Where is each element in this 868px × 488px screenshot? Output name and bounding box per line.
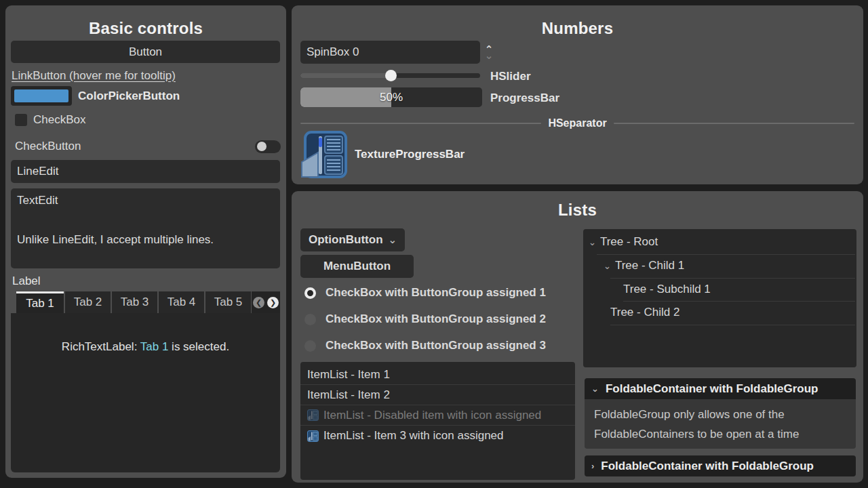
chevron-down-icon: ⌄ [388, 234, 397, 246]
numbers-title: Numbers [292, 19, 863, 38]
progress-bar-value: 50% [300, 87, 482, 107]
radio-button-3[interactable] [304, 340, 316, 352]
item-texture-icon [307, 409, 319, 421]
checkbox[interactable] [15, 114, 27, 126]
item-list: ItemList - Item 1 ItemList - Item 2 Item… [300, 362, 575, 480]
item-label: ItemList - Item 2 [307, 388, 390, 402]
tree-item-label: Tree - Child 1 [615, 259, 684, 272]
foldable-body-line2: FoldableContainers to be open at a time [594, 424, 846, 444]
texture-progress-bar-label: TextureProgressBar [355, 148, 465, 161]
chevron-down-icon: ⌄ [591, 384, 599, 394]
checkbox-label: CheckBox [33, 113, 85, 127]
tree-item-label: Tree - Subchild 1 [623, 283, 711, 296]
hseparator-line-left [300, 123, 541, 124]
rich-text-label-panel: RichTextLabel: Tab 1 is selected. [11, 313, 280, 472]
numbers-panel: Numbers SpinBox 0 ⌃ ⌄ HSlider 50% Progre… [292, 5, 863, 184]
tree-item-child-1[interactable]: ⌄ Tree - Child 1 [604, 254, 684, 277]
tab-3[interactable]: Tab 3 [112, 291, 157, 313]
tree: ⌄ Tree - Root ⌄ Tree - Child 1 Tree - Su… [583, 229, 856, 367]
option-button-label: OptionButton [309, 233, 383, 247]
rich-text-prefix: RichTextLabel: [62, 340, 140, 353]
hslider[interactable] [300, 70, 480, 81]
hseparator-label: HSeparator [548, 117, 606, 129]
rich-text-suffix: is selected. [168, 340, 229, 353]
menu-button[interactable]: MenuButton [300, 255, 414, 278]
tree-item-child-2[interactable]: Tree - Child 2 [610, 301, 679, 324]
tab-1[interactable]: Tab 1 [16, 291, 64, 313]
tab-bar: Tab 1 Tab 2 Tab 3 Tab 4 Tab 5 [16, 291, 252, 313]
tab-4[interactable]: Tab 4 [159, 291, 204, 313]
tab-5[interactable]: Tab 5 [205, 291, 251, 313]
color-picker-label: ColorPickerButton [78, 89, 180, 103]
foldable-title: FoldableContainer with FoldableGroup [601, 460, 814, 473]
item-texture-icon [307, 430, 319, 442]
foldable-container-body: FoldableGroup only allows one of the Fol… [585, 399, 856, 449]
list-item[interactable]: ItemList - Item 1 [300, 365, 575, 385]
tab-scroll-right-icon[interactable]: ❯ [267, 297, 279, 308]
tree-item-subchild-1[interactable]: Tree - Subchild 1 [623, 278, 711, 301]
hslider-label: HSlider [490, 70, 531, 83]
spinbox-down-icon[interactable]: ⌄ [485, 52, 494, 58]
text-edit[interactable]: TextEdit Unlike LineEdit, I accept multi… [11, 188, 280, 268]
tree-item-label: Tree - Child 2 [610, 306, 679, 319]
hslider-grabber[interactable] [385, 70, 397, 81]
rich-text-label: RichTextLabel: Tab 1 is selected. [11, 340, 280, 354]
label: Label [12, 274, 41, 288]
tab-scroll-left-icon[interactable]: ❮ [253, 297, 264, 308]
hslider-fill [300, 73, 391, 78]
radio-label-1: CheckBox with ButtonGroup assigned 1 [326, 286, 546, 300]
radio-label-2: CheckBox with ButtonGroup assigned 2 [326, 312, 546, 326]
check-button-toggle[interactable] [255, 140, 281, 153]
radio-label-3: CheckBox with ButtonGroup assigned 3 [326, 339, 546, 352]
spinbox[interactable]: SpinBox 0 [300, 41, 480, 64]
texture-progress-bar-icon [300, 131, 348, 178]
check-button-label: CheckButton [15, 140, 81, 153]
text-edit-line2: Unlike LineEdit, I accept multiple lines… [17, 233, 274, 247]
list-item[interactable]: ItemList - Item 2 [300, 385, 575, 405]
foldable-container-open[interactable]: ⌄ FoldableContainer with FoldableGroup [585, 378, 856, 399]
chevron-down-icon[interactable]: ⌄ [589, 237, 596, 247]
hseparator-line-right [614, 123, 854, 124]
lists-panel: Lists OptionButton ⌄ MenuButton CheckBox… [292, 191, 863, 483]
text-edit-line1: TextEdit [17, 194, 274, 207]
color-swatch [14, 89, 68, 102]
chevron-down-icon[interactable]: ⌄ [604, 261, 611, 271]
list-item-disabled: ItemList - Disabled item with icon assig… [300, 405, 575, 426]
item-label: ItemList - Item 3 with icon assigned [323, 429, 504, 443]
foldable-container-closed[interactable]: › FoldableContainer with FoldableGroup [585, 455, 856, 476]
tree-item-root[interactable]: ⌄ Tree - Root [589, 230, 658, 253]
spinbox-arrows: ⌃ ⌄ [484, 41, 494, 64]
option-button[interactable]: OptionButton ⌄ [300, 228, 405, 251]
button[interactable]: Button [11, 41, 280, 63]
foldable-title: FoldableContainer with FoldableGroup [606, 382, 818, 396]
rich-text-highlight: Tab 1 [140, 340, 169, 353]
tree-item-label: Tree - Root [600, 235, 658, 249]
progress-bar-label: ProgressBar [490, 92, 559, 105]
tree-row-separator [610, 325, 855, 325]
tab-2[interactable]: Tab 2 [65, 291, 111, 313]
color-picker-button[interactable] [11, 86, 72, 106]
hseparator: HSeparator [300, 113, 854, 134]
line-edit[interactable]: LineEdit [11, 160, 280, 183]
item-label: ItemList - Item 1 [307, 368, 390, 382]
tab-scroll-arrows: ❮ ❯ [252, 291, 280, 313]
radio-button-1[interactable] [304, 287, 316, 299]
toggle-knob-icon [257, 142, 267, 151]
chevron-right-icon: › [591, 461, 594, 471]
item-label: ItemList - Disabled item with icon assig… [323, 409, 541, 422]
radio-button-2[interactable] [304, 314, 316, 325]
progress-bar: 50% [300, 87, 482, 107]
foldable-body-line1: FoldableGroup only allows one of the [594, 405, 846, 424]
basic-controls-title: Basic controls [5, 19, 286, 38]
list-item[interactable]: ItemList - Item 3 with icon assigned [300, 426, 575, 446]
basic-controls-panel: Basic controls Button LinkButton (hover … [5, 5, 286, 478]
lists-title: Lists [292, 201, 863, 220]
link-button[interactable]: LinkButton (hover me for tooltip) [12, 69, 176, 83]
